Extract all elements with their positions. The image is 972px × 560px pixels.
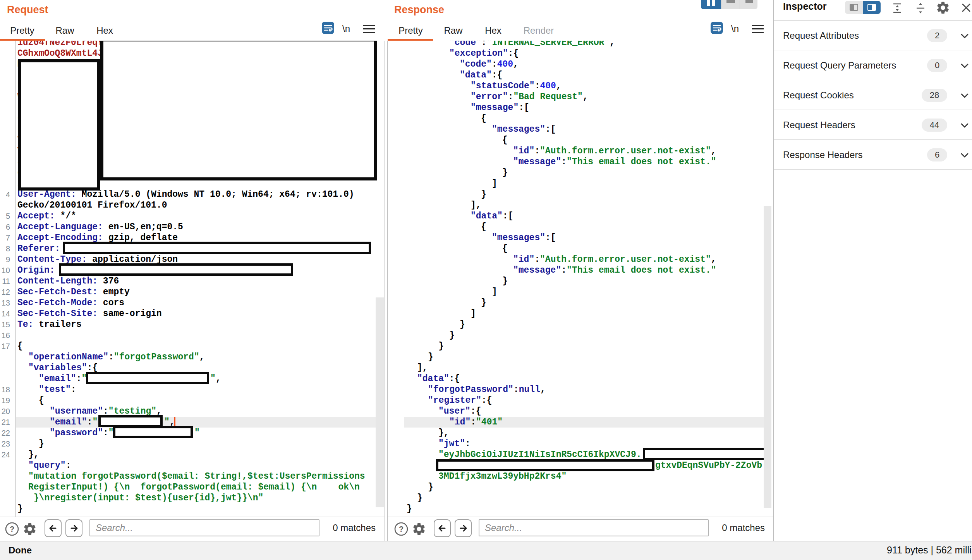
word-wrap-icon[interactable] [322,22,334,34]
code-line: "statusCode":400, [388,81,773,91]
search-input[interactable] [479,519,709,536]
tab-request-hex[interactable]: Hex [94,23,115,39]
code-line: Sec-Fetch-Dest: empty [0,287,385,297]
tab-response-hex[interactable]: Hex [483,23,504,39]
newline-indicator[interactable]: \n [731,23,739,34]
chevron-down-icon[interactable] [960,91,970,101]
gutter-divider [404,41,404,517]
section-label: Request Attributes [783,30,859,41]
code-line: Sec-Fetch-Site: same-origin [0,308,385,319]
code-line: "username":"testing", [0,406,385,417]
chevron-down-icon[interactable] [960,120,970,131]
expand-all-icon[interactable] [891,2,904,15]
code-line: } [388,297,773,308]
search-prev-button[interactable] [434,519,451,537]
svg-text:?: ? [10,525,14,533]
tab-response-render[interactable]: Render [519,23,558,39]
code-line [0,330,385,341]
tab-response-raw[interactable]: Raw [443,23,464,39]
redaction-box [643,448,770,460]
inspector-title: Inspector [783,1,827,12]
search-settings-gear-icon[interactable] [412,522,426,536]
code-line: { [388,135,773,146]
editor-menu-icon[interactable] [363,25,375,33]
chevron-down-icon[interactable] [960,150,970,160]
collapse-all-icon[interactable] [914,2,927,15]
section-label: Request Query Parameters [783,60,896,71]
code-line: "forgotPassword":null, [388,384,773,395]
newline-indicator[interactable]: \n [342,23,350,34]
code-line: "message":"This email does not exist." [388,156,773,167]
code-line: }, [388,428,773,438]
inspector-settings-gear-icon[interactable] [936,0,950,15]
editor-menu-icon[interactable] [752,25,764,33]
code-line: } [388,352,773,362]
response-searchbar: ? 0 matches [388,517,773,541]
code-line: "id":"Auth.form.error.user.not-exist", [388,146,773,156]
code-line: } [388,189,773,200]
single-layout-button[interactable] [740,0,757,9]
code-line: { [0,341,385,352]
search-matches-count: 0 matches [298,519,376,536]
code-line: }, [0,449,385,460]
redaction-box [436,459,654,471]
code-line: Content-Length: 376 [0,276,385,287]
tab-response-pretty[interactable]: Pretty [396,23,425,39]
tab-request-raw[interactable]: Raw [54,23,76,39]
code-line: "operationName":"forgotPassword", [0,352,385,362]
code-line: Sec-Fetch-Mode: cors [0,297,385,308]
search-help-icon[interactable]: ? [5,522,19,536]
redaction-box [100,41,377,180]
inspector-section-request-cookies[interactable]: Request Cookies28 [774,80,972,110]
section-count-badge: 28 [922,89,947,102]
code-line: } [0,438,385,449]
chevron-down-icon[interactable] [960,31,970,41]
code-line: { [388,113,773,124]
layout-switcher [701,0,757,9]
columns-layout-button[interactable] [701,0,721,9]
code-line: "mutation forgotPassword($email: String!… [0,471,385,482]
code-line: "error":"Bad Request", [388,91,773,102]
request-editor[interactable]: 1uz04fNezF0LreqYmxhY2tSZWRhY3RlZENvb2tpZ… [0,41,385,517]
code-line: ], [388,200,773,211]
gutter-divider [15,41,16,517]
dock-right-button[interactable] [863,1,881,14]
code-line: ] [388,287,773,297]
code-line: User-Agent: Mozilla/5.0 (Windows NT 10.0… [0,189,385,200]
code-line: Gecko/20100101 Firefox/101.0 [0,200,385,211]
search-prev-button[interactable] [45,519,62,537]
svg-text:?: ? [399,525,404,533]
redaction-box [18,59,100,191]
search-help-icon[interactable]: ? [394,522,409,536]
vertical-scrollbar[interactable] [376,297,384,507]
vertical-scrollbar[interactable] [764,206,771,508]
inspector-dock-toggle [845,1,881,14]
search-input[interactable] [89,519,319,536]
section-count-badge: 44 [922,119,947,132]
code-line: "user":{ [388,406,773,417]
code-line: "message":[ [388,102,773,113]
inspector-section-request-query-parameters[interactable]: Request Query Parameters0 [774,50,972,80]
tab-request-pretty[interactable]: Pretty [8,23,37,39]
search-next-button[interactable] [455,519,472,537]
rows-layout-button[interactable] [721,0,740,9]
chevron-down-icon[interactable] [960,61,970,71]
response-metrics: 911 bytes | 562 millis [887,545,972,556]
response-editor[interactable]: "code":"INTERNAL_SERVER_ERROR","exceptio… [388,41,773,517]
code-line: "data":[ [388,211,773,222]
word-wrap-icon[interactable] [711,22,723,34]
inspector-section-response-headers[interactable]: Response Headers6 [774,140,972,170]
inspector-section-request-attributes[interactable]: Request Attributes2 [774,21,972,50]
search-settings-gear-icon[interactable] [22,522,37,536]
code-line: "data":{ [388,70,773,81]
code-line: "code":"INTERNAL_SERVER_ERROR", [388,41,773,48]
inspector-section-request-headers[interactable]: Request Headers44 [774,110,972,140]
code-line: "query": [0,460,385,471]
search-matches-count: 0 matches [687,519,765,536]
code-line: { [0,395,385,406]
code-line: RegisterInput!) {\n forgotPassword(email… [0,482,385,493]
search-next-button[interactable] [65,519,82,537]
dock-left-button[interactable] [845,1,863,14]
redaction-box [86,372,209,384]
inspector-close-icon[interactable] [960,2,972,14]
